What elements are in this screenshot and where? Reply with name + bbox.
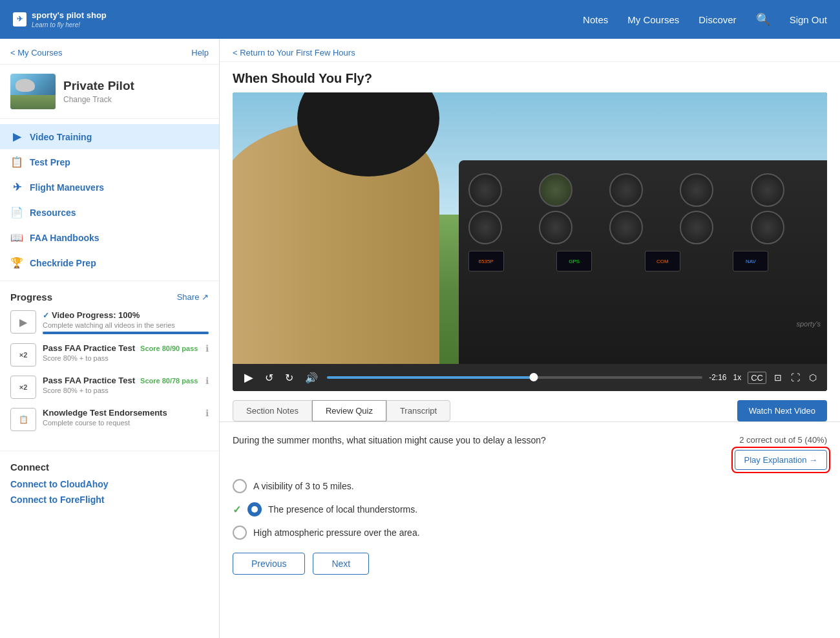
volume-button[interactable]: 🔊 — [302, 370, 320, 385]
logo-tagline: Learn to fly here! — [32, 21, 107, 28]
quiz-question: During the summer months, what situation… — [233, 435, 722, 445]
tab-transcript[interactable]: Transcript — [386, 400, 450, 421]
gauge-10 — [751, 211, 784, 244]
forward-button[interactable]: ↻ — [282, 370, 296, 385]
gauge-6 — [468, 211, 502, 244]
progress-section: Progress Share ↗ ▶ ✓ Video Progress: 100… — [0, 281, 219, 451]
faa1-info-icon[interactable]: ℹ — [205, 343, 209, 354]
knowledge-title: Knowledge Test Endorsements — [43, 408, 199, 418]
nav-my-courses[interactable]: My Courses — [627, 14, 679, 25]
tabs-bar: Section Notes Review Quiz Transcript Wat… — [220, 391, 840, 422]
answer-option-1[interactable]: A visibility of 3 to 5 miles. — [233, 479, 827, 493]
watch-next-button[interactable]: Watch Next Video — [737, 400, 827, 421]
sidebar-nav: ▶ Video Training 📋 Test Prep ✈ Flight Ma… — [0, 119, 219, 281]
faa-handbooks-icon: 📖 — [10, 231, 23, 244]
cast-button[interactable]: ⬡ — [808, 371, 818, 384]
video-progress-fill — [43, 332, 209, 334]
faa2-title: Pass FAA Practice Test Score 80/78 pass — [43, 376, 199, 385]
tabs-left: Section Notes Review Quiz Transcript — [233, 400, 450, 421]
sidebar-item-faa-handbooks[interactable]: 📖 FAA Handbooks — [0, 225, 219, 250]
sidebar-item-label: Resources — [30, 207, 76, 218]
gauge-8 — [609, 211, 643, 244]
video-progress-track[interactable] — [327, 376, 702, 379]
tab-review-quiz[interactable]: Review Quiz — [312, 400, 386, 421]
faa2-info-icon[interactable]: ℹ — [205, 376, 209, 386]
pilot-head — [310, 92, 426, 164]
sidebar: < My Courses Help Private Pilot Change T… — [0, 39, 220, 638]
fullscreen-button[interactable]: ⛶ — [790, 371, 801, 384]
video-section: When Should You Fly? — [220, 62, 840, 391]
cc-button[interactable]: CC — [748, 372, 766, 384]
header: ✈ sporty's pilot shop Learn to fly here!… — [0, 0, 840, 39]
sidebar-item-label: Video Training — [30, 132, 92, 142]
play-button[interactable]: ▶ — [242, 369, 256, 386]
sidebar-item-checkride-prep[interactable]: 🏆 Checkride Prep — [0, 250, 219, 275]
pip-button[interactable]: ⊡ — [773, 371, 783, 384]
gauge-9 — [680, 211, 713, 244]
nav-discover[interactable]: Discover — [698, 14, 736, 25]
flight-maneuvers-icon: ✈ — [10, 181, 23, 193]
sidebar-item-resources[interactable]: 📄 Resources — [0, 200, 219, 225]
radio-1[interactable] — [233, 479, 247, 493]
play-explanation-button[interactable]: Play Explanation → — [735, 450, 827, 470]
sidebar-item-flight-maneuvers[interactable]: ✈ Flight Maneuvers — [0, 175, 219, 200]
course-thumbnail — [10, 74, 56, 109]
speed-button[interactable]: 1x — [733, 373, 742, 382]
quiz-top-row: During the summer months, what situation… — [233, 435, 827, 470]
sidebar-item-test-prep[interactable]: 📋 Test Prep — [0, 149, 219, 175]
faa1-icon: ×2 — [10, 343, 36, 367]
quiz-score-area: 2 correct out of 5 (40%) Play Explanatio… — [735, 435, 827, 470]
display-2: GPS — [556, 251, 592, 271]
connect-cloudahoy-link[interactable]: Connect to CloudAhoy — [10, 479, 209, 489]
main-nav: Notes My Courses Discover 🔍 Sign Out — [583, 12, 827, 27]
sidebar-item-label: Checkride Prep — [30, 258, 96, 268]
share-link[interactable]: Share ↗ — [177, 292, 209, 302]
faa2-subtitle: Score 80% + to pass — [43, 387, 199, 394]
video-progress-title: ✓ Video Progress: 100% — [43, 310, 209, 320]
search-icon[interactable]: 🔍 — [756, 12, 770, 27]
main-content: < Return to Your First Few Hours When Sh… — [220, 39, 840, 638]
nav-notes[interactable]: Notes — [583, 14, 608, 25]
sidebar-item-video-training[interactable]: ▶ Video Training — [0, 124, 219, 149]
sidebar-item-label: Test Prep — [30, 157, 70, 167]
logo-icon: ✈ — [13, 12, 26, 26]
answer-option-3[interactable]: High atmospheric pressure over the area. — [233, 526, 827, 540]
radio-3[interactable] — [233, 526, 247, 540]
breadcrumb-link[interactable]: < Return to Your First Few Hours — [233, 48, 355, 58]
video-player: 6535P GPS COM NAV sporty's ▶ ↺ — [233, 92, 827, 391]
display-1: 6535P — [468, 251, 504, 271]
breadcrumb: < Return to Your First Few Hours — [220, 39, 840, 62]
video-progress-played — [327, 376, 534, 379]
gauge-5 — [751, 173, 784, 207]
video-thumbnail: 6535P GPS COM NAV sporty's — [233, 92, 827, 364]
answer-text-3: High atmospheric pressure over the area. — [253, 527, 420, 538]
previous-button[interactable]: Previous — [233, 553, 305, 575]
video-progress-subtitle: Complete watching all videos in the seri… — [43, 321, 209, 329]
faa2-icon: ×2 — [10, 376, 36, 399]
tab-section-notes[interactable]: Section Notes — [233, 400, 312, 421]
answer-option-2[interactable]: ✓ The presence of local thunderstorms. — [233, 502, 827, 516]
back-to-my-courses[interactable]: < My Courses — [10, 48, 63, 58]
help-link[interactable]: Help — [191, 48, 209, 58]
video-progress-bar — [43, 332, 209, 334]
test-prep-icon: 📋 — [10, 156, 23, 168]
radio-2[interactable] — [247, 502, 262, 516]
radio-inner — [251, 506, 258, 513]
knowledge-info-icon[interactable]: ℹ — [205, 408, 209, 418]
logo-name: sporty's pilot shop — [32, 10, 107, 21]
progress-title: Progress — [10, 292, 52, 303]
sign-out-link[interactable]: Sign Out — [790, 14, 827, 25]
answer-text-2: The presence of local thunderstorms. — [268, 504, 417, 515]
video-progress-thumb — [529, 373, 538, 381]
knowledge-subtitle: Complete course to request — [43, 419, 199, 427]
sidebar-item-label: Flight Maneuvers — [30, 182, 104, 193]
course-title: Private Pilot — [63, 79, 134, 93]
next-button[interactable]: Next — [313, 553, 369, 575]
resources-icon: 📄 — [10, 206, 23, 218]
connect-foreflight-link[interactable]: Connect to ForeFlight — [10, 494, 209, 505]
check-mark-icon: ✓ — [43, 311, 49, 320]
knowledge-text: Knowledge Test Endorsements Complete cou… — [43, 408, 199, 427]
course-info: Private Pilot Change Track — [0, 65, 219, 119]
rewind-button[interactable]: ↺ — [262, 370, 276, 385]
quiz-area: During the summer months, what situation… — [220, 422, 840, 588]
